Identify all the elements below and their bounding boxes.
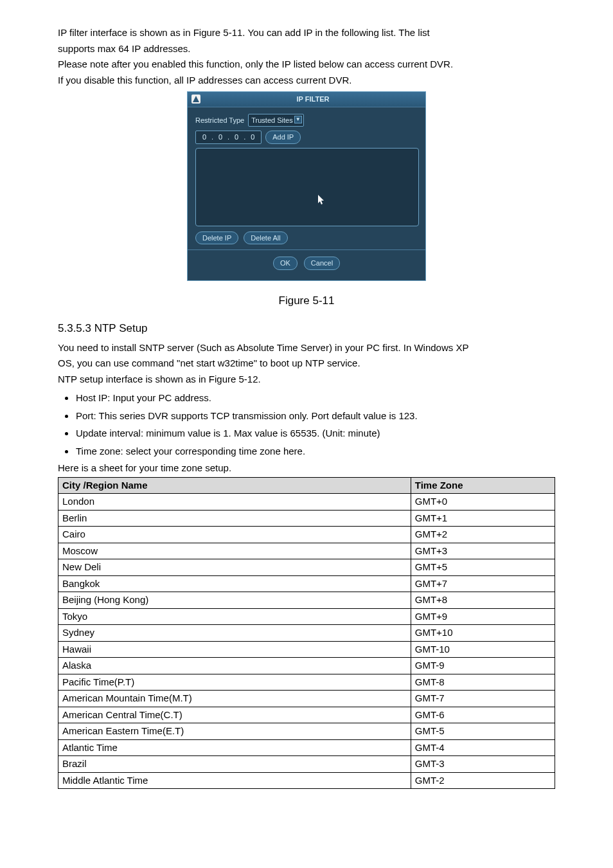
table-cell: Brazil xyxy=(58,756,411,773)
table-row: Beijing (Hong Kong)GMT+8 xyxy=(58,592,555,609)
figure-screenshot: IP FILTER Restricted Type Trusted Sites … xyxy=(58,91,555,281)
delete-all-button[interactable]: Delete All xyxy=(244,231,287,245)
table-cell: GMT-8 xyxy=(411,674,555,691)
table-cell: Middle Atlantic Time xyxy=(58,772,411,789)
table-cell: GMT-4 xyxy=(411,739,555,756)
table-row: Middle Atlantic TimeGMT-2 xyxy=(58,772,555,789)
table-row: BerlinGMT+1 xyxy=(58,510,555,527)
section-heading: 5.3.5.3 NTP Setup xyxy=(58,320,555,337)
table-row: Atlantic TimeGMT-4 xyxy=(58,739,555,756)
table-cell: GMT+1 xyxy=(411,510,555,527)
table-row: American Central Time(C.T)GMT-6 xyxy=(58,707,555,723)
table-row: AlaskaGMT-9 xyxy=(58,658,555,674)
table-row: HawaiiGMT-10 xyxy=(58,641,555,658)
table-cell: Atlantic Time xyxy=(58,739,411,756)
table-cell: Sydney xyxy=(58,625,411,642)
table-cell: Moscow xyxy=(58,543,411,559)
bullet-item: Port: This series DVR supports TCP trans… xyxy=(76,407,555,424)
bullet-list: Host IP: Input your PC address. Port: Th… xyxy=(58,389,555,458)
table-row: American Eastern Time(E.T)GMT-5 xyxy=(58,723,555,740)
table-row: New DeliGMT+5 xyxy=(58,559,555,576)
bullet-item: Update interval: minimum value is 1. Max… xyxy=(76,424,555,441)
ip-filter-dialog: IP FILTER Restricted Type Trusted Sites … xyxy=(187,91,426,281)
table-cell: GMT+8 xyxy=(411,592,555,609)
table-row: BrazilGMT-3 xyxy=(58,756,555,773)
table-cell: GMT+3 xyxy=(411,543,555,559)
restricted-type-label: Restricted Type xyxy=(195,115,244,126)
table-cell: New Deli xyxy=(58,559,411,576)
body-text: OS, you can use command "net start w32ti… xyxy=(58,356,555,371)
cancel-button[interactable]: Cancel xyxy=(304,257,340,270)
intro-line: IP filter interface is shown as in Figur… xyxy=(58,26,555,41)
table-cell: GMT+9 xyxy=(411,608,555,625)
table-row: LondonGMT+0 xyxy=(58,494,555,511)
table-cell: Tokyo xyxy=(58,608,411,625)
body-text: You need to install SNTP server (Such as… xyxy=(58,341,555,356)
cursor-icon xyxy=(318,195,326,209)
table-cell: Berlin xyxy=(58,510,411,527)
table-cell: GMT+2 xyxy=(411,527,555,543)
table-cell: GMT-9 xyxy=(411,658,555,674)
dialog-icon xyxy=(191,95,200,104)
table-cell: Beijing (Hong Kong) xyxy=(58,592,411,609)
table-cell: GMT+5 xyxy=(411,559,555,576)
table-cell: GMT-3 xyxy=(411,756,555,773)
timezone-table: City /Region Name Time Zone LondonGMT+0B… xyxy=(58,477,555,790)
figure-caption: Figure 5-11 xyxy=(58,293,555,309)
table-row: American Mountain Time(M.T)GMT-7 xyxy=(58,691,555,707)
table-row: MoscowGMT+3 xyxy=(58,543,555,559)
table-cell: London xyxy=(58,494,411,511)
restricted-type-select[interactable]: Trusted Sites ▼ xyxy=(248,114,303,127)
ip-list[interactable] xyxy=(195,148,419,226)
chevron-down-icon: ▼ xyxy=(294,116,302,123)
table-row: Pacific Time(P.T)GMT-8 xyxy=(58,674,555,691)
add-ip-button[interactable]: Add IP xyxy=(265,131,301,144)
table-cell: Bangkok xyxy=(58,575,411,592)
restricted-type-value: Trusted Sites xyxy=(251,116,292,124)
table-row: SydneyGMT+10 xyxy=(58,625,555,642)
table-cell: Cairo xyxy=(58,527,411,543)
intro-line: If you disable this function, all IP add… xyxy=(58,73,555,88)
table-cell: American Eastern Time(E.T) xyxy=(58,723,411,740)
ip-octet[interactable]: 0 xyxy=(215,132,226,143)
table-cell: Hawaii xyxy=(58,641,411,658)
table-cell: GMT-5 xyxy=(411,723,555,740)
svg-marker-0 xyxy=(193,96,199,102)
table-header: City /Region Name xyxy=(58,477,411,494)
table-cell: Pacific Time(P.T) xyxy=(58,674,411,691)
table-cell: GMT+10 xyxy=(411,625,555,642)
table-header: Time Zone xyxy=(411,477,555,494)
table-cell: American Central Time(C.T) xyxy=(58,707,411,723)
table-cell: GMT-6 xyxy=(411,707,555,723)
table-cell: GMT+0 xyxy=(411,494,555,511)
table-row: BangkokGMT+7 xyxy=(58,575,555,592)
table-cell: GMT-10 xyxy=(411,641,555,658)
table-cell: GMT+7 xyxy=(411,575,555,592)
ip-input[interactable]: 0. 0. 0. 0 xyxy=(195,131,262,144)
dialog-title: IP FILTER xyxy=(204,94,422,105)
ok-button[interactable]: OK xyxy=(273,257,298,270)
dialog-titlebar: IP FILTER xyxy=(188,92,425,107)
ip-octet[interactable]: 0 xyxy=(247,132,258,143)
ip-octet[interactable]: 0 xyxy=(199,132,210,143)
delete-ip-button[interactable]: Delete IP xyxy=(195,231,238,245)
table-cell: GMT-2 xyxy=(411,772,555,789)
table-row: TokyoGMT+9 xyxy=(58,608,555,625)
intro-line: supports max 64 IP addresses. xyxy=(58,42,555,57)
bullet-item: Time zone: select your corresponding tim… xyxy=(76,442,555,459)
body-text: Here is a sheet for your time zone setup… xyxy=(58,461,555,476)
table-cell: Alaska xyxy=(58,658,411,674)
table-cell: GMT-7 xyxy=(411,691,555,707)
body-text: NTP setup interface is shown as in Figur… xyxy=(58,372,555,387)
bullet-item: Host IP: Input your PC address. xyxy=(76,389,555,406)
ip-octet[interactable]: 0 xyxy=(231,132,242,143)
table-cell: American Mountain Time(M.T) xyxy=(58,691,411,707)
divider xyxy=(188,249,425,250)
intro-line: Please note after you enabled this funct… xyxy=(58,57,555,72)
table-row: CairoGMT+2 xyxy=(58,527,555,543)
